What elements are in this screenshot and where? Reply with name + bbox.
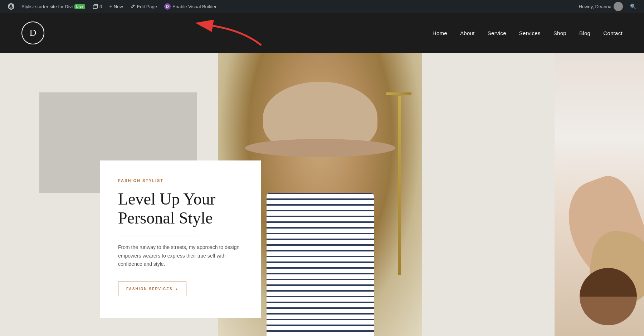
nav-blog[interactable]: Blog <box>579 30 590 36</box>
edit-page-link[interactable]: Edit Page <box>127 0 161 13</box>
cta-button[interactable]: FASHION SERVICES ▸ <box>118 282 186 296</box>
card-subtitle: FASHION STYLIST <box>118 178 243 183</box>
cta-arrow-icon: ▸ <box>176 287 178 291</box>
avatar <box>614 2 623 11</box>
plus-icon: + <box>109 3 112 10</box>
comment-icon <box>92 4 98 9</box>
hero-right-photo <box>555 53 644 336</box>
nav-services[interactable]: Services <box>519 30 541 36</box>
live-badge: Live <box>74 4 85 9</box>
howdy-text: Howdy, Deanna <box>579 4 611 9</box>
comments-link[interactable]: 0 <box>89 0 106 13</box>
nav-contact[interactable]: Contact <box>603 30 623 36</box>
divi-icon: D <box>164 3 171 10</box>
site-header: D Home About Service Services Shop Blog … <box>0 13 644 53</box>
hero-content-card: FASHION STYLIST Level Up Your Personal S… <box>100 160 261 318</box>
main-navigation: Home About Service Services Shop Blog Co… <box>433 30 623 36</box>
nav-home[interactable]: Home <box>433 30 447 36</box>
card-divider <box>118 235 197 235</box>
admin-search-icon[interactable]: 🔍 <box>626 4 640 10</box>
site-name-text: Stylist starter site for Divi <box>21 4 73 9</box>
hero-section: FASHION STYLIST Level Up Your Personal S… <box>0 53 644 336</box>
card-description: From the runway to the streets, my appro… <box>118 243 243 269</box>
card-title: Level Up Your Personal Style <box>118 190 243 228</box>
enable-visual-builder-link[interactable]: D Enable Visual Builder <box>161 0 220 13</box>
admin-bar: Stylist starter site for Divi Live 0 + N… <box>0 0 644 13</box>
comment-count: 0 <box>99 4 102 9</box>
nav-shop[interactable]: Shop <box>553 30 566 36</box>
wordpress-icon <box>8 3 14 10</box>
logo-letter: D <box>30 28 36 38</box>
edit-icon <box>130 4 135 9</box>
hat-brim <box>245 139 395 157</box>
cta-label: FASHION SERVICES <box>126 287 173 291</box>
howdy-section[interactable]: Howdy, Deanna <box>575 2 626 11</box>
nav-about[interactable]: About <box>460 30 475 36</box>
edit-page-label: Edit Page <box>137 4 157 9</box>
head-shape <box>580 268 637 325</box>
nav-service[interactable]: Service <box>488 30 506 36</box>
site-logo[interactable]: D <box>21 21 44 44</box>
new-content-link[interactable]: + New <box>106 0 126 13</box>
wordpress-icon-link[interactable] <box>4 0 18 13</box>
new-label: New <box>114 4 123 9</box>
visual-builder-label: Enable Visual Builder <box>172 4 216 9</box>
site-name-link[interactable]: Stylist starter site for Divi Live <box>18 0 89 13</box>
admin-bar-right: Howdy, Deanna 🔍 <box>575 2 640 11</box>
shirt-area <box>267 193 374 336</box>
rack-bar <box>398 96 401 275</box>
rack-top-bar <box>386 92 411 95</box>
